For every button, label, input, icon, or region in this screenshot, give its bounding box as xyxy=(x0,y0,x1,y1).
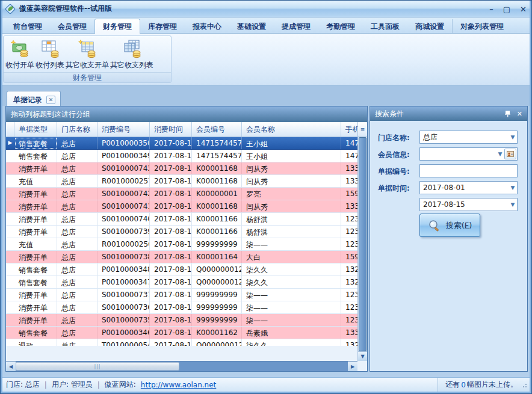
grid-cell[interactable]: 总店 xyxy=(57,150,97,162)
table-row[interactable]: 消费开单总店S00100007432017-08-14K00001168闫从秀1… xyxy=(6,162,357,175)
vertical-scrollbar-thumb[interactable] xyxy=(359,137,367,351)
ribbon-tool-4[interactable]: 其它收支列表 xyxy=(110,37,154,72)
grid-cell[interactable]: 2017-08-14 xyxy=(150,226,192,238)
grid-cell[interactable]: 2017-08-14 xyxy=(150,263,192,275)
grid-cell[interactable]: 2017-08-14 xyxy=(150,289,192,301)
ribbon-tool-1[interactable]: 收付开单 xyxy=(5,37,35,72)
grid-cell[interactable]: 罗亮 xyxy=(242,188,341,200)
grid-cell[interactable]: 总店 xyxy=(57,188,97,200)
chevron-down-icon[interactable]: ▼ xyxy=(496,151,504,157)
table-row[interactable]: 消费开单总店S00100007392017-08-14K00001166杨舒淇1… xyxy=(6,226,357,238)
grid-cell[interactable]: S0010000738 xyxy=(97,251,150,263)
grid-cell[interactable]: 1337 xyxy=(341,175,357,187)
grid-cell[interactable]: 柒—— xyxy=(242,314,341,326)
doc-tab-records[interactable]: 单据记录 ✕ xyxy=(7,91,61,106)
grid-cell[interactable]: 2017-08-15 xyxy=(150,137,192,149)
grid-cell[interactable]: 柒久久 xyxy=(242,263,341,275)
table-row[interactable]: 销售套餐总店P00100003492017-08-1514715744577王小… xyxy=(6,150,357,162)
menu-tab-2[interactable]: 会员管理 xyxy=(50,19,94,33)
grid-cell[interactable]: 销售套餐 xyxy=(14,263,57,275)
grid-cell[interactable]: 999999999 xyxy=(192,289,242,301)
grid-cell[interactable]: S0010000742 xyxy=(97,188,150,200)
grid-cell[interactable]: K00001168 xyxy=(192,162,242,174)
grid-cell[interactable]: 退款 xyxy=(14,339,57,346)
table-row[interactable]: ▶销售套餐总店P00100003502017-08-1514715744577王… xyxy=(6,137,357,150)
column-header-4[interactable]: 消费时间 xyxy=(150,122,192,137)
grid-cell[interactable]: P0010000346 xyxy=(97,327,150,339)
grid-cell[interactable]: 1323 xyxy=(341,339,357,346)
table-row[interactable]: 充值总店R00100002572017-08-14K00001168闫从秀133… xyxy=(6,175,357,188)
search-panel-close-icon[interactable]: ✕ xyxy=(517,111,522,117)
grid-cell[interactable]: 消费开单 xyxy=(14,251,57,263)
grid-cell[interactable]: 总店 xyxy=(57,314,97,326)
menu-tab-6[interactable]: 基础设置 xyxy=(229,19,274,33)
grid-cell[interactable]: 999999999 xyxy=(192,238,242,250)
grid-cell[interactable]: 杨舒淇 xyxy=(242,226,341,238)
grid-cell[interactable]: 闫从秀 xyxy=(242,162,341,174)
grid-cell[interactable]: 2017-08-14 xyxy=(150,188,192,200)
grid-cell[interactable]: 1234 xyxy=(341,226,357,238)
grid-cell[interactable]: 柒—— xyxy=(242,301,341,313)
scroll-right-icon[interactable]: ▶ xyxy=(348,362,357,371)
grid-cell[interactable]: P0010000350 xyxy=(97,137,150,149)
grid-cell[interactable]: 销售套餐 xyxy=(14,276,57,288)
menu-tab-1[interactable]: 前台管理 xyxy=(5,19,50,33)
grid-cell[interactable]: 999999999 xyxy=(192,301,242,313)
table-row[interactable]: 充值总店R00100002562017-08-14999999999柒——123… xyxy=(6,238,357,251)
grid-cell[interactable]: 总店 xyxy=(57,213,97,225)
column-header-5[interactable]: 会员编号 xyxy=(192,122,242,137)
grid-cell[interactable]: K00001162 xyxy=(192,327,242,339)
menu-tab-5[interactable]: 报表中心 xyxy=(185,19,229,33)
chevron-down-icon[interactable]: ▼ xyxy=(509,185,517,191)
member-lookup-button[interactable] xyxy=(504,149,516,159)
grid-cell[interactable]: P0010000347 xyxy=(97,276,150,288)
grid-cell[interactable]: 1597 xyxy=(341,188,357,200)
column-header-2[interactable]: 门店名称 xyxy=(57,122,97,137)
grid-cell[interactable]: S0010000735 xyxy=(97,314,150,326)
grid-cell[interactable]: 14715744577 xyxy=(192,137,242,149)
grid-cell[interactable]: 2017-08-14 xyxy=(150,339,192,346)
grid-cell[interactable]: 1234 xyxy=(341,301,357,313)
grid-cell[interactable]: 销售套餐 xyxy=(14,327,57,339)
grid-cell[interactable]: 2017-08-14 xyxy=(150,314,192,326)
grid-cell[interactable]: S0010000739 xyxy=(97,226,150,238)
grid-cell[interactable]: Q0000000120 xyxy=(192,339,242,346)
ribbon-tool-3[interactable]: 其它收支开单 xyxy=(65,37,110,72)
grid-cell[interactable]: 充值 xyxy=(14,238,57,250)
grid-cell[interactable]: S0010000737 xyxy=(97,289,150,301)
grid-cell[interactable]: 充值 xyxy=(14,175,57,187)
store-select[interactable]: 总店 ▼ xyxy=(419,131,518,144)
grid-cell[interactable]: 杨舒淇 xyxy=(242,213,341,225)
grid-cell[interactable]: 1337 xyxy=(341,162,357,174)
doc-tab-close-icon[interactable]: ✕ xyxy=(46,96,55,104)
grid-cell[interactable]: 消费开单 xyxy=(14,289,57,301)
grid-cell[interactable]: 1595 xyxy=(341,251,357,263)
horizontal-scrollbar-thumb[interactable]: ||| xyxy=(16,362,179,371)
table-row[interactable]: 消费开单总店S00100007382017-08-14K00001164大白15… xyxy=(6,251,357,263)
grid-cell[interactable]: 1471 xyxy=(341,150,357,162)
grid-cell[interactable]: 2017-08-14 xyxy=(150,213,192,225)
grid-cell[interactable]: 王小姐 xyxy=(242,137,341,149)
table-row[interactable]: 消费开单总店S00100007362017-08-14999999999柒——1… xyxy=(6,301,357,314)
group-by-bar[interactable]: 拖动列标题到这进行分组 xyxy=(6,106,367,122)
grid-cell[interactable]: 柒—— xyxy=(242,238,341,250)
horizontal-scrollbar-track[interactable] xyxy=(179,362,348,371)
column-header-3[interactable]: 消费编号 xyxy=(97,122,150,137)
table-row[interactable]: 消费开单总店S00100007412017-08-14K00001168闫从秀1… xyxy=(6,200,357,213)
grid-cell[interactable]: 1471 xyxy=(341,137,357,149)
grid-cell[interactable]: S0010000741 xyxy=(97,200,150,212)
grid-cell[interactable]: 1234 xyxy=(341,238,357,250)
pin-icon[interactable] xyxy=(504,110,511,117)
grid-cell[interactable]: 总店 xyxy=(57,226,97,238)
table-row[interactable]: 消费开单总店S00100007422017-08-14K00000001罗亮15… xyxy=(6,188,357,200)
grid-cell[interactable]: P0010000348 xyxy=(97,263,150,275)
table-row[interactable]: 消费开单总店S00100007372017-08-14999999999柒——1… xyxy=(6,289,357,301)
grid-cell[interactable]: 1234 xyxy=(341,213,357,225)
grid-cell[interactable]: 1234 xyxy=(341,314,357,326)
menu-tab-3[interactable]: 财务管理 xyxy=(94,19,140,34)
chevron-down-icon[interactable]: ▼ xyxy=(509,134,517,140)
grid-cell[interactable]: 2017-08-14 xyxy=(150,238,192,250)
grid-cell[interactable]: 1337 xyxy=(341,200,357,212)
member-select[interactable]: ▼ xyxy=(419,147,518,161)
grid-cell[interactable]: K00000001 xyxy=(192,188,242,200)
